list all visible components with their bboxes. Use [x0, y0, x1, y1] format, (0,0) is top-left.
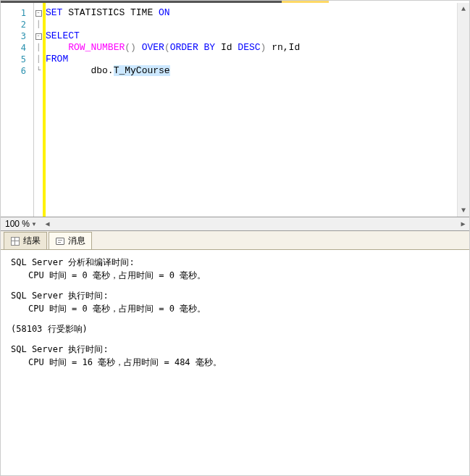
- msg-rows-affected: (58103 行受影响): [11, 322, 459, 335]
- kw-by: BY: [204, 42, 216, 53]
- kw-on: ON: [159, 7, 170, 18]
- zoom-value: 100 %: [5, 219, 30, 229]
- vertical-scrollbar[interactable]: ▲ ▼: [457, 3, 469, 217]
- fold-toggle-icon[interactable]: -: [35, 33, 42, 40]
- kw-set: SET: [46, 7, 62, 18]
- results-tabs: 结果 消息: [1, 231, 469, 250]
- kw-order: ORDER: [170, 42, 198, 53]
- sql-editor[interactable]: 1 2 3 4 5 6 - │ - │ │ └ SET STATISTICS T…: [1, 3, 469, 217]
- txt-stats: STATISTICS TIME: [62, 7, 159, 18]
- tab-messages-label: 消息: [68, 235, 85, 247]
- fold-toggle-icon[interactable]: -: [35, 10, 42, 17]
- grid-icon: [10, 236, 20, 246]
- horizontal-scrollbar[interactable]: ◀ ▶: [41, 218, 469, 230]
- tab-results[interactable]: 结果: [4, 232, 47, 249]
- alias-tail: rn,Id: [266, 42, 300, 53]
- code-area[interactable]: SET STATISTICS TIME ON SELECT ROW_NUMBER…: [46, 3, 457, 217]
- scroll-up-icon[interactable]: ▲: [458, 3, 469, 15]
- message-icon: [55, 236, 65, 246]
- kw-desc: DESC: [238, 42, 260, 53]
- line-number: 5: [1, 54, 33, 65]
- msg-exec2-header: SQL Server 执行时间:: [11, 343, 459, 356]
- chevron-down-icon: ▼: [31, 221, 37, 227]
- tab-results-label: 结果: [23, 235, 41, 247]
- scroll-left-icon[interactable]: ◀: [41, 218, 54, 230]
- paren-open: (: [164, 42, 170, 53]
- msg-parse-header: SQL Server 分析和编译时间:: [11, 256, 459, 269]
- scroll-right-icon[interactable]: ▶: [457, 218, 469, 230]
- msg-exec1-line: CPU 时间 = 0 毫秒，占用时间 = 0 毫秒。: [11, 302, 459, 315]
- msg-exec1-header: SQL Server 执行时间:: [11, 289, 459, 302]
- line-number: 1: [1, 7, 33, 19]
- kw-select: SELECT: [46, 30, 80, 41]
- line-number: 3: [1, 30, 33, 42]
- line-number: 2: [1, 19, 33, 30]
- col-id: Id: [215, 42, 238, 53]
- line-number: 4: [1, 42, 33, 54]
- kw-from: FROM: [46, 54, 68, 64]
- schema-prefix: dbo.: [46, 65, 114, 76]
- msg-parse-line: CPU 时间 = 0 毫秒，占用时间 = 0 毫秒。: [11, 269, 459, 282]
- fn-rownumber: ROW_NUMBER: [68, 42, 125, 53]
- scroll-down-icon[interactable]: ▼: [458, 204, 469, 217]
- tab-messages[interactable]: 消息: [49, 232, 92, 249]
- kw-over: OVER: [142, 42, 164, 53]
- line-number-gutter: 1 2 3 4 5 6: [1, 3, 34, 217]
- editor-footer: 100 % ▼ ◀ ▶: [1, 217, 469, 231]
- messages-pane[interactable]: SQL Server 分析和编译时间: CPU 时间 = 0 毫秒，占用时间 =…: [1, 250, 469, 475]
- selected-table: T_MyCourse: [114, 65, 170, 76]
- line-number: 6: [1, 65, 33, 77]
- zoom-dropdown[interactable]: 100 % ▼: [1, 219, 41, 229]
- fold-column: - │ - │ │ └: [34, 3, 43, 217]
- msg-exec2-line: CPU 时间 = 16 毫秒，占用时间 = 484 毫秒。: [11, 356, 459, 369]
- paren: (): [125, 42, 136, 53]
